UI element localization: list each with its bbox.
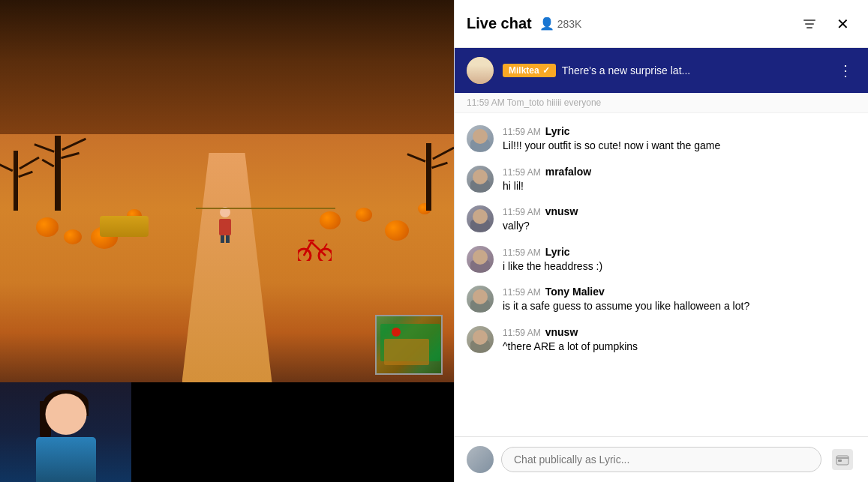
message-item: 11:59 AM vnusw vally? [455, 199, 868, 240]
avatar-lyric-2 [467, 246, 494, 273]
msg-time-3: 11:59 AM [503, 207, 541, 217]
message-content-4: 11:59 AM Lyric i like the headdress :) [503, 246, 856, 274]
msg-text-5: is it a safe guess to assume you like ha… [503, 299, 856, 314]
sky-background [0, 0, 454, 153]
pumpkin-7 [385, 220, 409, 241]
msg-author-1: Lyric [545, 125, 570, 137]
filter-icon [803, 19, 815, 28]
filter-button[interactable] [796, 10, 823, 37]
messages-area: 11:59 AM Lyric Lil!!! your outfit is so … [455, 113, 868, 436]
hay-bale [100, 216, 149, 237]
msg-text-1: Lil!!! your outfit is so cute! now i wan… [503, 139, 856, 154]
message-content-2: 11:59 AM mrafalow hi lil! [503, 166, 856, 194]
msg-time-4: 11:59 AM [503, 247, 541, 258]
pinned-more-button[interactable]: ⋮ [835, 58, 856, 82]
msg-author-6: vnusw [545, 326, 578, 338]
msg-text-2: hi lil! [503, 179, 856, 194]
filter-line-3 [806, 27, 812, 28]
avatar-vnusw-1 [467, 205, 494, 232]
ghost-top-message: 11:59 AM Tom_toto hiiiii everyone [455, 93, 868, 113]
super-chat-button[interactable] [829, 446, 856, 473]
fence [127, 204, 372, 214]
viewer-icon: 👤 [539, 16, 554, 31]
chat-panel: Live chat 👤 283K ✕ Milktea ✓ There's a n… [454, 0, 868, 482]
svg-line-6 [324, 244, 327, 248]
avatar-vnusw-2 [467, 326, 494, 353]
svg-rect-9 [838, 460, 842, 462]
avatar-tony [467, 286, 494, 313]
message-item: 11:59 AM vnusw ^there ARE a lot of pumpk… [455, 320, 868, 361]
msg-time-5: 11:59 AM [503, 287, 541, 298]
chat-input[interactable] [501, 447, 821, 472]
person-body [36, 437, 96, 482]
msg-time-6: 11:59 AM [503, 328, 541, 338]
ghost-text: hiiiii everyone [547, 97, 602, 108]
bicycle [298, 235, 332, 264]
msg-time-1: 11:59 AM [503, 127, 541, 137]
filter-line-1 [803, 19, 815, 21]
msg-text-4: i like the headdress :) [503, 259, 856, 274]
message-item: 11:59 AM mrafalow hi lil! [455, 160, 868, 200]
tree-left-2 [55, 136, 61, 211]
user-avatar [467, 446, 494, 473]
game-screen [0, 0, 454, 382]
msg-text-6: ^there ARE a lot of pumpkins [503, 340, 856, 355]
filter-line-2 [805, 23, 814, 25]
ghost-time: 11:59 AM [467, 97, 505, 108]
milktea-badge: Milktea ✓ [503, 64, 556, 77]
message-content-1: 11:59 AM Lyric Lil!!! your outfit is so … [503, 125, 856, 154]
chat-header: Live chat 👤 283K ✕ [455, 0, 868, 48]
pinned-text: There's a new surprise lat... [562, 64, 835, 76]
msg-time-2: 11:59 AM [503, 167, 541, 178]
super-chat-icon [832, 449, 853, 470]
ghost-author: Tom_toto [507, 97, 544, 108]
message-item: 11:59 AM Lyric Lil!!! your outfit is so … [455, 119, 868, 160]
pinned-message: Milktea ✓ There's a new surprise lat... … [455, 48, 868, 93]
milktea-check: ✓ [542, 65, 550, 76]
message-item: 11:59 AM Tony Maliev is it a safe guess … [455, 280, 868, 320]
viewer-count: 283K [557, 18, 582, 30]
person-face [45, 394, 86, 435]
message-content-3: 11:59 AM vnusw vally? [503, 205, 856, 234]
msg-author-5: Tony Maliev [545, 286, 605, 298]
message-content-5: 11:59 AM Tony Maliev is it a safe guess … [503, 286, 856, 314]
msg-text-3: vally? [503, 219, 856, 234]
avatar-mrafalow [467, 166, 494, 193]
msg-author-2: mrafalow [545, 166, 591, 178]
avatar-lyric-1 [467, 125, 494, 152]
close-button[interactable]: ✕ [829, 10, 856, 37]
msg-author-3: vnusw [545, 205, 578, 217]
webcam-overlay [0, 382, 131, 482]
message-item: 11:59 AM Lyric i like the headdress :) [455, 240, 868, 280]
chat-title: Live chat [467, 15, 532, 32]
msg-author-4: Lyric [545, 246, 570, 258]
tree-left-1 [14, 151, 18, 211]
mini-map [375, 315, 443, 375]
milktea-name: Milktea [509, 65, 539, 76]
message-content-6: 11:59 AM vnusw ^there ARE a lot of pumpk… [503, 326, 856, 355]
video-area [0, 0, 454, 482]
pinned-avatar [467, 57, 494, 84]
chat-input-area [455, 436, 868, 482]
tree-right-1 [426, 143, 431, 211]
